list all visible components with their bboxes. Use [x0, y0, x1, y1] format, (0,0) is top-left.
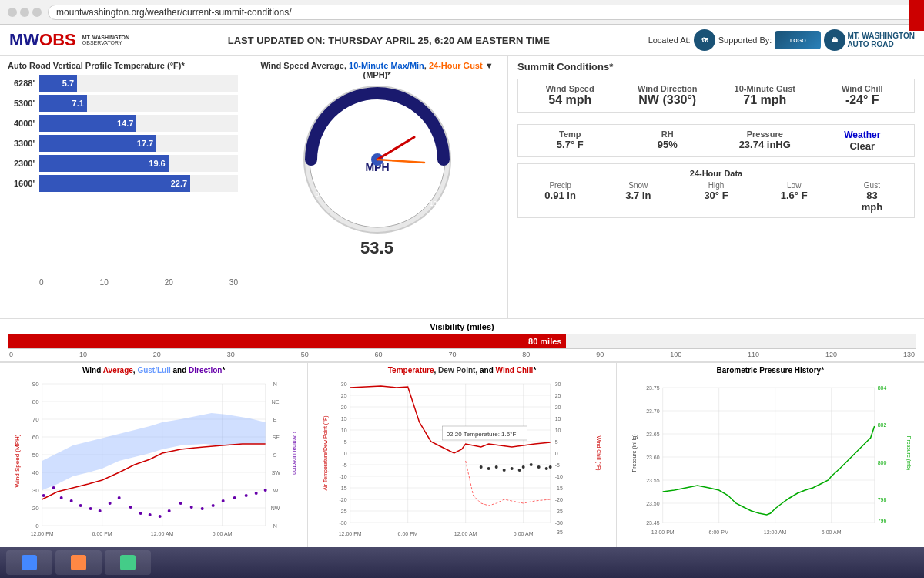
svg-text:23.60: 23.60 — [646, 455, 660, 460]
logo-subtitle: MT. WASHINGTON — [82, 35, 129, 40]
wind-y-80: 80 — [32, 398, 39, 405]
svg-point-91 — [518, 469, 521, 472]
pressure-label: Pressure — [718, 129, 812, 139]
svg-point-34 — [201, 507, 204, 510]
weather-label: Weather — [815, 129, 910, 140]
site-header: MW OBS MT. WASHINGTON OBSERVATORY LAST U… — [0, 25, 924, 56]
wind-dir-E: E — [273, 417, 277, 422]
taskbar-item-1[interactable] — [6, 550, 52, 575]
taskbar-item-2[interactable] — [55, 550, 102, 575]
taskbar-item-3[interactable] — [105, 550, 151, 575]
wind-dir-NW: NW — [271, 506, 280, 511]
pressure-chart-area: 23.75 23.70 23.65 23.60 23.55 23.50 23.4… — [621, 376, 919, 538]
temp-chart-panel: Temperature, Dew Point, and Wind Chill* — [308, 363, 616, 563]
bar-container-4: 19.6 — [39, 155, 238, 172]
summit-title: Summit Conditions* — [517, 61, 915, 72]
svg-point-40 — [264, 489, 267, 492]
bar-value-2: 14.7 — [117, 119, 133, 128]
chill-value: -24° F — [815, 93, 910, 107]
svg-text:23.55: 23.55 — [646, 478, 660, 483]
svg-text:-35: -35 — [555, 529, 563, 535]
svg-text:-5: -5 — [555, 462, 560, 468]
svg-text:800: 800 — [877, 460, 886, 465]
body-row: Auto Road Vertical Profile Temperature (… — [0, 56, 924, 318]
bar-label-0: 6288' — [8, 79, 35, 88]
wind-x-2: 6:00 PM — [92, 531, 112, 536]
high-value: 30° F — [678, 190, 753, 201]
wind-dir-cell: Wind Direction NW (330°) — [621, 84, 715, 107]
gauge-label-30: 30 — [346, 128, 353, 136]
gauge-label-100: 100 — [429, 200, 440, 207]
svg-point-18 — [42, 494, 45, 497]
pressure-line — [662, 426, 874, 515]
wind-chart-title: Wind Average, Gust/Lull and Direction* — [5, 366, 303, 375]
charts-row: Wind Average, Gust/Lull and Direction* — [0, 362, 924, 563]
pressure-cell: Pressure 23.74 inHG — [718, 129, 812, 152]
svg-text:23.70: 23.70 — [646, 408, 660, 414]
pressure-x-3: 12:00 AM — [764, 529, 787, 535]
svg-text:15: 15 — [341, 416, 347, 422]
wind-direction-dots — [42, 486, 267, 518]
wind-y-30: 30 — [32, 487, 39, 494]
svg-text:-5: -5 — [343, 462, 347, 468]
temp-cell: Temp 5.7° F — [523, 129, 618, 152]
pressure-y-right-label: Pressure (mb) — [905, 436, 911, 470]
bar-value-4: 19.6 — [149, 159, 165, 168]
svg-point-33 — [190, 506, 193, 509]
pressure-x-4: 6:00 AM — [821, 529, 841, 535]
wind-speed-value: 54 mph — [523, 93, 618, 107]
weather-link[interactable]: Weather — [844, 129, 880, 140]
visibility-value: 80 miles — [528, 337, 561, 346]
wind-dir-label: Cardinal Direction — [292, 432, 297, 475]
browser-btn-close[interactable] — [8, 8, 17, 17]
svg-point-23 — [89, 507, 92, 510]
support-logo-1: LOGO — [775, 31, 821, 49]
gauge-label-70: 70 — [415, 139, 423, 147]
bar-container-2: 14.7 — [39, 115, 238, 132]
snow-label: Snow — [601, 181, 675, 190]
browser-btn-max[interactable] — [32, 8, 42, 17]
browser-chrome: mountwashington.org/weather/current-summ… — [0, 0, 924, 25]
wind-chart-panel: Wind Average, Gust/Lull and Direction* — [0, 363, 308, 563]
svg-text:-25: -25 — [555, 509, 563, 514]
pressure-x-1: 12:00 PM — [651, 529, 674, 535]
data-24h-row: Precip 0.91 in Snow 3.7 in High 30° F Lo… — [523, 181, 909, 213]
svg-point-24 — [99, 509, 102, 512]
gauge-legend-orange: 24-Hour Gust — [429, 61, 483, 70]
bar-fill-2: 14.7 — [39, 115, 136, 132]
bar-fill-0: 5.7 — [39, 75, 77, 92]
red-tab — [909, 0, 924, 31]
svg-point-27 — [129, 506, 132, 509]
gauge-label-10: 10 — [319, 165, 326, 173]
rh-value: 95% — [621, 139, 715, 150]
svg-text:802: 802 — [877, 422, 886, 428]
svg-point-90 — [511, 467, 514, 470]
svg-text:5: 5 — [555, 439, 558, 445]
bar-label-2: 4000' — [8, 119, 35, 128]
bar-value-5: 22.7 — [171, 179, 187, 188]
bar-label-1: 5300' — [8, 99, 35, 108]
wind-dir-S: S — [273, 452, 277, 458]
taskbar-icon-3 — [120, 555, 136, 570]
svg-text:-25: -25 — [340, 509, 347, 514]
temp-dots — [480, 463, 552, 472]
browser-btn-min[interactable] — [20, 8, 29, 17]
gauge-label-20: 20 — [330, 144, 338, 152]
secondary-conditions-row: Temp 5.7° F RH 95% Pressure 23.74 inHG W… — [523, 129, 909, 152]
gauge-label-90: 90 — [429, 183, 437, 190]
gust-24h-value: 83mph — [835, 190, 909, 213]
high-cell: High 30° F — [678, 181, 753, 213]
logo-area: MW OBS MT. WASHINGTON OBSERVATORY — [9, 30, 129, 50]
browser-controls — [8, 8, 42, 17]
svg-point-92 — [522, 465, 525, 469]
svg-text:0: 0 — [344, 451, 347, 456]
wind-y-40: 40 — [32, 469, 39, 476]
temp-grid — [350, 384, 551, 523]
gauge-value: 53.5 — [360, 238, 393, 258]
wind-chart-area: 90 80 70 60 50 40 30 20 0 — [5, 376, 303, 538]
temp-chart-svg: 30 25 20 15 10 5 0 -5 -10 -15 -20 -25 -3… — [313, 376, 611, 538]
bar-x-axis: 0 10 20 30 — [8, 278, 238, 287]
svg-point-36 — [222, 499, 225, 502]
address-bar[interactable]: mountwashington.org/weather/current-summ… — [48, 5, 916, 20]
rh-cell: RH 95% — [621, 129, 715, 152]
